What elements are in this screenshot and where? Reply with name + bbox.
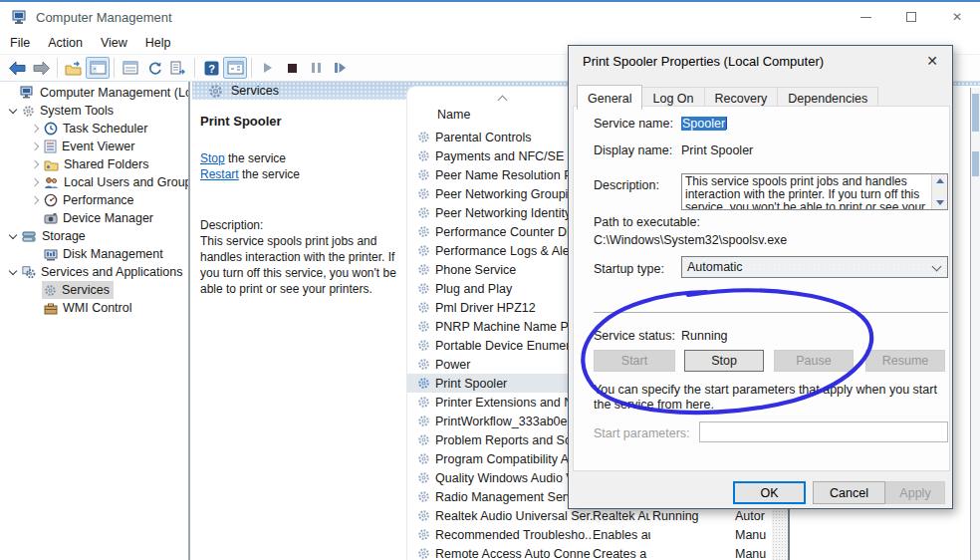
pause-service-icon[interactable] — [304, 57, 328, 79]
sidebar-item-event-viewer[interactable]: Event Viewer — [0, 138, 188, 155]
maximize-icon — [906, 12, 916, 22]
sidebar-item-performance[interactable]: Performance — [0, 191, 188, 209]
service-gear-icon — [417, 131, 430, 143]
chevron-right-icon — [31, 125, 39, 133]
refresh-icon[interactable] — [142, 57, 166, 79]
services-gear-icon — [208, 84, 223, 99]
startup-type-dropdown[interactable]: Automatic — [681, 256, 948, 278]
service-row[interactable]: Recommended Troublesho...Enables aut...M… — [407, 525, 772, 544]
title-bar: Computer Management ✕ — [0, 2, 980, 32]
maximize-button[interactable] — [888, 2, 934, 32]
start-service-icon[interactable] — [256, 57, 280, 79]
sort-ascending-icon — [498, 96, 508, 106]
restart-service-icon[interactable] — [328, 57, 352, 79]
wmi-control-icon — [44, 302, 58, 315]
stop-service-icon[interactable] — [280, 57, 304, 79]
service-startup-cell: Manu — [735, 528, 771, 542]
help-icon[interactable]: ? — [199, 57, 223, 79]
service-name-value[interactable]: Spooler — [681, 117, 727, 131]
sidebar-item-services[interactable]: Services — [0, 281, 188, 299]
sidebar-item-wmi-control[interactable]: WMI Control — [0, 299, 188, 317]
sidebar-item-computer-management-local[interactable]: Computer Management (Local — [0, 84, 188, 102]
description-scrollbar[interactable] — [931, 174, 947, 209]
services-apps-icon — [22, 265, 36, 279]
dialog-close-icon[interactable]: ✕ — [926, 53, 938, 69]
service-gear-icon — [417, 244, 430, 257]
minimize-button[interactable] — [843, 2, 888, 32]
sidebar-item-system-tools[interactable]: System Tools — [0, 102, 188, 120]
sidebar-item-services-and-applications[interactable]: Services and Applications — [0, 263, 188, 281]
computer-icon — [20, 86, 35, 100]
start-parameters-label: Start parameters: — [594, 426, 690, 440]
scrollbar-thumb[interactable] — [972, 94, 979, 132]
sidebar-item-device-manager[interactable]: Device Manager — [0, 209, 188, 227]
chevron-right-icon — [31, 178, 39, 186]
service-row[interactable]: Remote Access Auto ConneCreates a se...M… — [407, 544, 772, 560]
link-suffix: the service — [225, 151, 286, 165]
export-list-icon[interactable] — [166, 57, 190, 79]
description-field-text: This service spools print jobs and handl… — [685, 175, 929, 210]
cancel-button[interactable]: Cancel — [813, 481, 885, 504]
description-label: Description: — [200, 218, 398, 232]
chevron-down-icon — [9, 105, 17, 113]
service-name-cell: Realtek Audio Universal Ser... — [435, 509, 593, 523]
service-gear-icon — [417, 187, 430, 200]
services-icon — [44, 284, 57, 297]
menu-view[interactable]: View — [92, 34, 136, 52]
description-field[interactable]: This service spools print jobs and handl… — [681, 173, 948, 210]
service-gear-icon — [417, 358, 430, 371]
sidebar-item-label: System Tools — [40, 104, 114, 118]
shared-folders-icon — [44, 158, 59, 171]
sidebar-item-disk-management[interactable]: Disk Management — [0, 245, 188, 263]
menu-action[interactable]: Action — [39, 34, 92, 52]
content-header-title: Services — [231, 84, 279, 98]
ok-button[interactable]: OK — [733, 481, 806, 504]
restart-service-link[interactable]: Restart — [200, 167, 239, 181]
back-arrow-icon[interactable] — [5, 57, 29, 79]
service-gear-icon — [417, 282, 430, 295]
menu-help[interactable]: Help — [136, 34, 180, 52]
service-gear-icon — [417, 396, 430, 409]
menu-file[interactable]: File — [0, 34, 39, 52]
start-parameters-input[interactable] — [699, 421, 948, 442]
service-action-links: Stop the serviceRestart the service — [200, 150, 398, 182]
service-gear-icon — [417, 415, 430, 427]
scrollbar-thumb[interactable] — [972, 151, 979, 176]
system-tools-icon — [22, 105, 35, 118]
service-gear-icon — [417, 377, 430, 390]
scroll-up-icon[interactable] — [936, 178, 944, 183]
sidebar-item-label: Device Manager — [63, 211, 153, 225]
forward-arrow-icon[interactable] — [29, 57, 53, 79]
scroll-down-icon[interactable] — [936, 200, 944, 205]
close-icon: ✕ — [952, 10, 962, 24]
show-window-icon[interactable] — [223, 57, 247, 79]
chevron-right-icon — [31, 196, 39, 204]
service-description-cell: Creates a se... — [593, 547, 650, 560]
service-gear-icon — [417, 301, 430, 314]
sidebar-item-label: Storage — [42, 229, 86, 243]
name-column-header[interactable]: Name — [437, 108, 470, 122]
startup-type-value: Automatic — [687, 260, 743, 274]
performance-icon — [44, 193, 58, 207]
service-gear-icon — [417, 452, 430, 465]
properties-icon[interactable] — [119, 57, 142, 79]
sidebar-item-shared-folders[interactable]: Shared Folders — [0, 155, 188, 173]
export-folder-icon[interactable] — [62, 57, 86, 79]
service-gear-icon — [417, 149, 430, 162]
console-tree-panel: Computer Management (LocalSystem ToolsTa… — [0, 82, 190, 560]
sidebar-item-storage[interactable]: Storage — [0, 227, 188, 245]
tab-general[interactable]: General — [577, 85, 642, 110]
sidebar-item-label: Services and Applications — [41, 265, 182, 279]
pause-service-button: Pause — [774, 350, 854, 372]
stop-service-button[interactable]: Stop — [684, 350, 764, 372]
show-console-tree-icon[interactable] — [86, 57, 110, 79]
close-button[interactable]: ✕ — [934, 2, 980, 32]
chevron-right-icon — [31, 160, 39, 168]
service-status-cell: Running — [652, 509, 714, 523]
display-name-value[interactable]: Print Spooler — [681, 143, 753, 157]
stop-service-link[interactable]: Stop — [200, 151, 225, 165]
toolbar-separator — [114, 58, 115, 78]
window-right-scrollbar[interactable] — [970, 88, 980, 560]
sidebar-item-task-scheduler[interactable]: Task Scheduler — [0, 120, 188, 138]
sidebar-item-local-users-and-groups[interactable]: Local Users and Groups — [0, 173, 188, 191]
